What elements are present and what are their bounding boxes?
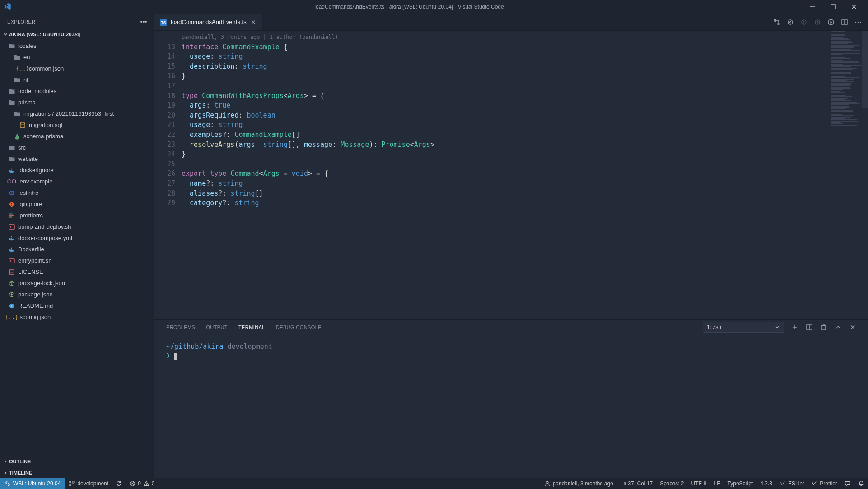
svg-rect-25 <box>9 258 14 263</box>
code-line[interactable]: export type Command<Args = void> = { <box>182 169 828 179</box>
status-indent[interactable]: Spaces: 2 <box>656 478 687 489</box>
code-line[interactable]: examples?: CommandExample[] <box>182 130 828 140</box>
code-line[interactable] <box>182 160 828 169</box>
status-eol[interactable]: LF <box>710 478 724 489</box>
code-line[interactable]: } <box>182 71 828 81</box>
window-minimize-button[interactable] <box>802 0 823 14</box>
tree-item[interactable]: .prettierrc <box>0 210 154 221</box>
compare-changes-icon[interactable] <box>773 19 780 26</box>
nav-back-icon[interactable] <box>787 19 794 26</box>
tree-item[interactable]: src <box>0 142 154 153</box>
new-terminal-button[interactable] <box>791 324 798 331</box>
panel-tab-debug[interactable]: DEBUG CONSOLE <box>276 323 322 332</box>
status-language[interactable]: TypeScript <box>724 478 757 489</box>
tree-item-label: package-lock.json <box>18 280 65 287</box>
window-maximize-button[interactable] <box>823 0 844 14</box>
editor-more-icon[interactable] <box>854 19 862 26</box>
tree-item[interactable]: migration.sql <box>0 119 154 131</box>
status-feedback[interactable] <box>841 478 854 489</box>
tree-item[interactable]: locales <box>0 40 154 52</box>
editor-tab[interactable]: TS loadCommandsAndEvents.ts <box>154 14 262 30</box>
svg-point-38 <box>802 20 806 24</box>
tree-item[interactable]: LICENSE <box>0 266 154 277</box>
code-line[interactable]: resolveArgs(args: string[], message: Mes… <box>182 140 828 150</box>
chevron-down-icon <box>2 31 9 38</box>
code-line[interactable]: category?: string <box>182 198 828 208</box>
file-tree[interactable]: localesen{..}common.jsonnlnode_modulespr… <box>0 39 154 456</box>
tree-item[interactable]: ⬡⬡.env.example <box>0 176 154 187</box>
code-line[interactable]: type CommandWithArgsProps<Args> = { <box>182 91 828 101</box>
status-remote[interactable]: WSL: Ubuntu-20.04 <box>0 478 65 489</box>
tree-item[interactable]: docker-compose.yml <box>0 232 154 244</box>
tree-item[interactable]: bump-and-deploy.sh <box>0 221 154 232</box>
panel-tab-problems[interactable]: PROBLEMS <box>166 323 195 332</box>
minimap-thumb[interactable] <box>862 31 868 108</box>
run-icon[interactable] <box>827 19 835 26</box>
code-editor[interactable]: 1314151617181920212223242526272829 panda… <box>154 31 868 319</box>
status-problems[interactable]: 0 0 <box>126 478 158 489</box>
code-line[interactable]: name?: string <box>182 179 828 189</box>
code-line[interactable]: argsRequired: boolean <box>182 111 828 121</box>
code-line[interactable]: usage: string <box>182 120 828 130</box>
code-line[interactable] <box>182 81 828 91</box>
close-panel-button[interactable] <box>849 324 856 331</box>
status-ts-version[interactable]: 4.2.3 <box>756 478 776 489</box>
tree-item[interactable]: en <box>0 52 154 63</box>
status-cursor[interactable]: Ln 37, Col 17 <box>617 478 656 489</box>
minimap[interactable] <box>828 31 868 319</box>
timeline-section[interactable]: TIMELINE <box>0 467 154 478</box>
code-line[interactable]: args: true <box>182 101 828 111</box>
nav-prev-icon[interactable] <box>800 19 807 26</box>
codelens[interactable]: pandaniell, 3 months ago | 1 author (pan… <box>182 33 828 42</box>
sidebar-section-header[interactable]: AKIRA [WSL: UBUNTU-20.04] <box>0 29 154 39</box>
svg-point-56 <box>70 481 71 483</box>
tree-item[interactable]: {..}common.json <box>0 63 154 74</box>
tree-item[interactable]: website <box>0 153 154 165</box>
maximize-panel-button[interactable] <box>835 324 842 331</box>
tree-item[interactable]: package.json <box>0 289 154 300</box>
status-prettier[interactable]: Prettier <box>807 478 841 489</box>
titlebar[interactable]: loadCommandsAndEvents.ts - akira [WSL: U… <box>0 0 868 14</box>
tree-item[interactable]: schema.prisma <box>0 131 154 142</box>
status-sync[interactable] <box>112 478 126 489</box>
code-line[interactable]: description: string <box>182 62 828 72</box>
nav-next-icon[interactable] <box>814 19 821 26</box>
tree-item[interactable]: prisma <box>0 97 154 108</box>
tree-item[interactable]: node_modules <box>0 85 154 97</box>
split-terminal-button[interactable] <box>806 324 813 331</box>
kill-terminal-button[interactable] <box>820 324 827 331</box>
tab-bar: TS loadCommandsAndEvents.ts <box>154 14 868 31</box>
panel-tab-output[interactable]: OUTPUT <box>206 323 228 332</box>
tree-item[interactable]: .gitignore <box>0 198 154 210</box>
code-content[interactable]: pandaniell, 3 months ago | 1 author (pan… <box>182 31 828 319</box>
tree-item[interactable]: {..}tsconfig.json <box>0 311 154 323</box>
tree-item[interactable]: iREADME.md <box>0 300 154 311</box>
code-line[interactable]: interface CommandExample { <box>182 42 828 52</box>
terminal-select[interactable]: 1: zsh <box>703 322 784 333</box>
status-blame[interactable]: pandaniell, 3 months ago <box>541 478 617 489</box>
status-branch[interactable]: development <box>65 478 112 489</box>
window-close-button[interactable] <box>844 0 864 14</box>
code-line[interactable]: aliases?: string[] <box>182 189 828 199</box>
panel-tab-terminal[interactable]: TERMINAL <box>238 323 265 332</box>
code-line[interactable]: usage: string <box>182 52 828 62</box>
tree-item[interactable]: package-lock.json <box>0 277 154 289</box>
terminal-body[interactable]: ~/github/akira development ❯ <box>154 335 868 478</box>
tree-item[interactable]: .dockerignore <box>0 165 154 176</box>
code-line[interactable]: } <box>182 150 828 160</box>
split-editor-icon[interactable] <box>841 19 848 26</box>
outline-section[interactable]: OUTLINE <box>0 456 154 467</box>
tree-item[interactable]: entrypoint.sh <box>0 255 154 266</box>
tab-close-button[interactable] <box>250 19 257 25</box>
status-encoding[interactable]: UTF-8 <box>688 478 710 489</box>
tree-item[interactable]: nl <box>0 74 154 85</box>
sidebar-more-button[interactable] <box>140 18 147 25</box>
status-eslint[interactable]: ESLint <box>776 478 807 489</box>
svg-point-7 <box>20 122 25 124</box>
svg-rect-51 <box>822 326 826 330</box>
sidebar-title: EXPLORER <box>7 19 140 24</box>
tree-item[interactable]: .eslintrc <box>0 187 154 198</box>
tree-item[interactable]: migrations / 20210116193353_first <box>0 108 154 119</box>
status-bell[interactable] <box>854 478 868 489</box>
tree-item[interactable]: Dockerfile <box>0 244 154 255</box>
